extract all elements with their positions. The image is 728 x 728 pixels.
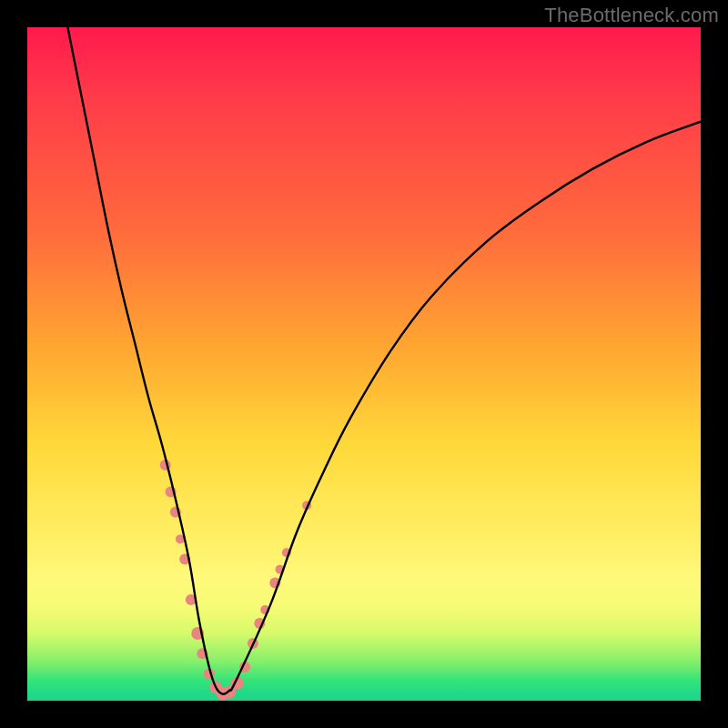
bottleneck-curve (67, 27, 701, 694)
plot-area (27, 27, 701, 701)
watermark-text: TheBottleneck.com (544, 4, 719, 27)
chart-frame: TheBottleneck.com (0, 0, 728, 728)
markers-layer (160, 460, 311, 701)
chart-svg (27, 27, 701, 701)
